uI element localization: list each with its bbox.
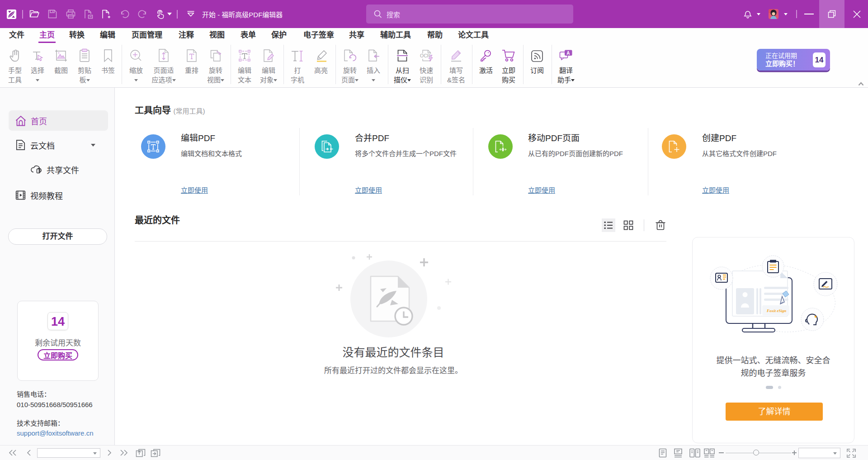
svg-text:Foxit eSign: Foxit eSign <box>766 308 786 313</box>
svg-text:A: A <box>566 51 570 56</box>
